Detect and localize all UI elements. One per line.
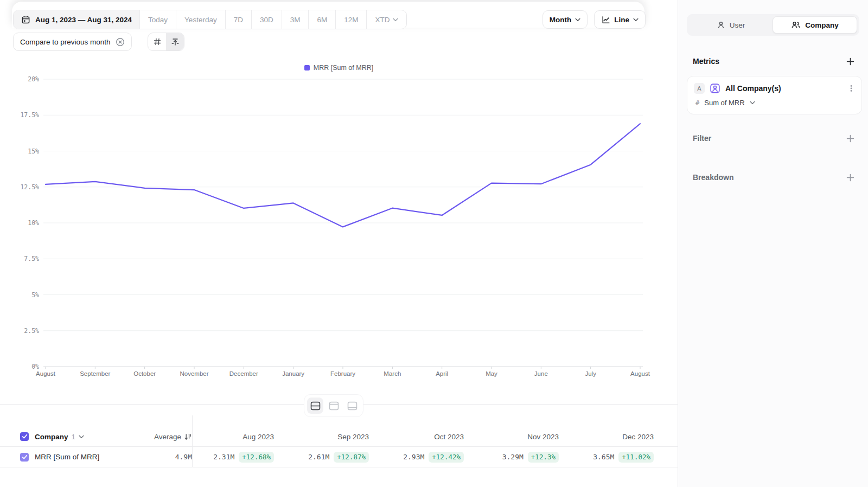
metrics-section-header: Metrics (693, 57, 854, 66)
config-sidebar: User Company Metrics A (678, 0, 868, 487)
svg-text:0%: 0% (31, 363, 39, 370)
cell-value: 2.93M (403, 453, 424, 461)
svg-text:April: April (436, 370, 448, 377)
user-icon (717, 21, 725, 29)
svg-text:5%: 5% (31, 291, 39, 299)
entity-toggle: User Company (687, 14, 859, 36)
svg-text:August: August (630, 370, 650, 377)
svg-text:17.5%: 17.5% (20, 111, 39, 119)
row-checkbox[interactable] (20, 453, 29, 462)
row-average-value: 4.9M (138, 453, 192, 461)
svg-text:January: January (282, 370, 304, 377)
month-column-header[interactable]: Aug 2023 (192, 433, 274, 441)
sort-icon[interactable] (184, 433, 192, 441)
month-column-header[interactable]: Sep 2023 (274, 433, 369, 441)
plus-icon[interactable] (846, 174, 854, 182)
toggle-company-label: Company (805, 21, 839, 29)
filter-title: Filter (693, 134, 711, 143)
cell-value: 2.31M (213, 453, 234, 461)
delta-badge: +12.3% (528, 452, 559, 463)
svg-text:February: February (330, 370, 355, 377)
svg-text:10%: 10% (28, 219, 39, 227)
mrr-line-chart: 20%17.5%15%12.5%10%7.5%5%2.5%0%AugustSep… (0, 0, 678, 404)
kebab-menu-icon[interactable] (847, 84, 855, 93)
month-column-header[interactable]: Nov 2023 (464, 433, 559, 441)
delta-badge: +12.87% (334, 452, 369, 463)
toggle-user[interactable]: User (689, 16, 773, 34)
layout-bottom-icon (347, 401, 358, 411)
svg-text:7.5%: 7.5% (24, 255, 39, 262)
toggle-company[interactable]: Company (773, 16, 857, 34)
svg-text:15%: 15% (28, 148, 39, 155)
svg-text:June: June (534, 370, 548, 377)
table-row: MRR [Sum of MRR] 4.9M 2.31M +12.68% 2.61… (0, 447, 678, 467)
svg-text:12.5%: 12.5% (20, 183, 39, 191)
metric-name: All Company(s) (725, 84, 843, 93)
contact-card-icon (710, 83, 720, 94)
chevron-down-icon[interactable] (750, 101, 755, 105)
svg-text:November: November (180, 370, 208, 377)
month-column-header[interactable]: Dec 2023 (559, 433, 654, 441)
svg-text:2.5%: 2.5% (24, 327, 39, 335)
filter-section-header: Filter (693, 134, 854, 143)
breakdown-section-header: Breakdown (693, 173, 854, 182)
plus-icon[interactable] (846, 134, 854, 143)
svg-text:December: December (229, 370, 258, 377)
analytics-report-view: Aug 1, 2023 — Aug 31, 2024 Today Yesterd… (0, 0, 868, 487)
delta-badge: +11.02% (618, 452, 654, 463)
delta-badge: +12.68% (239, 452, 274, 463)
select-all-checkbox[interactable] (20, 432, 29, 441)
layout-split-button[interactable] (307, 398, 323, 414)
cell-value: 3.65M (593, 453, 614, 461)
cell-value: 2.61M (308, 453, 329, 461)
layout-switcher (304, 394, 363, 417)
aggregation-dropdown[interactable]: Sum of MRR (704, 99, 744, 107)
metrics-title: Metrics (693, 57, 719, 66)
layout-top-button[interactable] (326, 398, 342, 414)
layout-top-icon (329, 401, 339, 411)
month-column-header[interactable]: Oct 2023 (369, 433, 464, 441)
chevron-down-icon[interactable] (79, 435, 84, 439)
users-icon (791, 21, 801, 29)
check-icon (22, 454, 28, 460)
svg-text:March: March (384, 370, 401, 377)
row-metric-name: MRR [Sum of MRR] (35, 453, 138, 461)
breakdown-title: Breakdown (693, 173, 733, 182)
toggle-user-label: User (730, 21, 745, 29)
report-main-area: Aug 1, 2023 — Aug 31, 2024 Today Yesterd… (0, 0, 678, 487)
plus-icon[interactable] (846, 57, 854, 66)
svg-text:October: October (133, 370, 156, 377)
svg-text:20%: 20% (28, 75, 39, 83)
selected-count: 1 (72, 433, 76, 441)
metric-card[interactable]: A All Company(s) # Sum of MRR (687, 76, 862, 114)
layout-split-icon (310, 401, 321, 411)
delta-badge: +12.42% (429, 452, 464, 463)
group-column-label: Company (35, 433, 68, 441)
average-column-label: Average (154, 433, 181, 441)
table-header: Company 1 Average Aug 2023 Sep (0, 427, 678, 447)
layout-bottom-button[interactable] (344, 398, 360, 414)
check-icon (22, 434, 28, 439)
metric-letter-badge: A (694, 83, 705, 94)
hash-icon: # (695, 99, 699, 107)
cell-value: 3.29M (502, 453, 524, 461)
svg-text:August: August (36, 370, 56, 377)
svg-text:May: May (486, 370, 497, 377)
svg-text:September: September (80, 370, 110, 377)
svg-text:July: July (585, 370, 596, 377)
